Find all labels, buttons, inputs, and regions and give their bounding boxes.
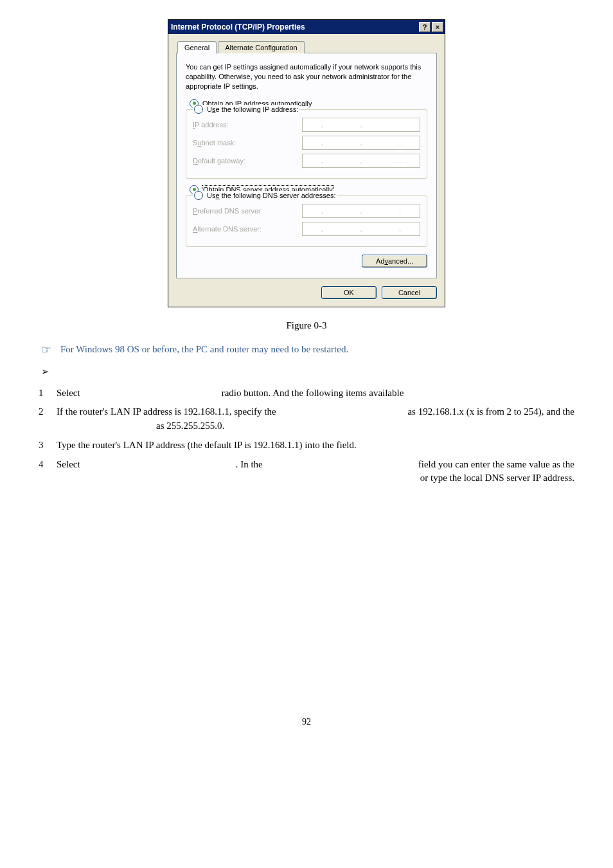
close-icon: × [436,23,440,31]
dns-manual-group: Use the following DNS server addresses: … [186,195,427,247]
radio-label: Use the following DNS server addresses: [207,192,336,199]
close-button[interactable]: × [432,22,443,32]
step-3: 3 Type the router's LAN IP address (the … [39,439,574,453]
radio-label: Use the following IP address: [207,105,298,113]
label-default-gateway: Default gateway: [193,157,302,165]
step-1: 1 Selectradio button. And the following … [39,386,574,401]
tab-general[interactable]: General [177,41,217,53]
radio-unselected-icon [194,105,203,114]
label-alternate-dns: Alternate DNS server: [193,225,302,233]
step-2: 2 If the router's LAN IP address is 192.… [39,405,574,433]
arrow-bullet: ➢ [41,366,574,377]
cancel-button[interactable]: Cancel [382,286,437,299]
input-alternate-dns[interactable]: ... [302,222,420,236]
radio-unselected-icon [194,191,203,200]
help-button[interactable]: ? [419,22,431,32]
dialog-title: Internet Protocol (TCP/IP) Properties [171,23,418,32]
input-ip-address[interactable]: ... [302,118,420,132]
input-preferred-dns[interactable]: ... [302,204,420,218]
question-icon: ? [423,23,427,31]
note-text: For Windows 98 OS or before, the PC and … [60,343,574,355]
label-ip-address: IP address: [193,121,302,129]
page-number: 92 [39,717,574,727]
radio-use-following-dns[interactable]: Use the following DNS server addresses: [193,191,337,200]
ip-manual-group: Use the following IP address: IP address… [186,109,427,179]
figure-caption: Figure 0-3 [39,320,574,331]
pointing-hand-icon: ☞ [39,343,60,357]
label-subnet-mask: Subnet mask: [193,139,302,147]
tcpip-properties-dialog: Internet Protocol (TCP/IP) Properties ? … [168,19,445,307]
ok-button[interactable]: OK [321,286,377,299]
dialog-description: You can get IP settings assigned automat… [186,62,427,91]
advanced-button[interactable]: Advanced... [362,255,427,267]
input-default-gateway[interactable]: ... [302,154,420,168]
label-preferred-dns: Preferred DNS server: [193,207,302,215]
note-row: ☞ For Windows 98 OS or before, the PC an… [39,343,574,357]
dialog-titlebar: Internet Protocol (TCP/IP) Properties ? … [168,20,445,34]
input-subnet-mask[interactable]: ... [302,136,420,150]
radio-use-following-ip[interactable]: Use the following IP address: [193,105,299,114]
step-4: 4 Select . In the field you can enter th… [39,458,574,486]
tab-alternate[interactable]: Alternate Configuration [218,41,305,53]
